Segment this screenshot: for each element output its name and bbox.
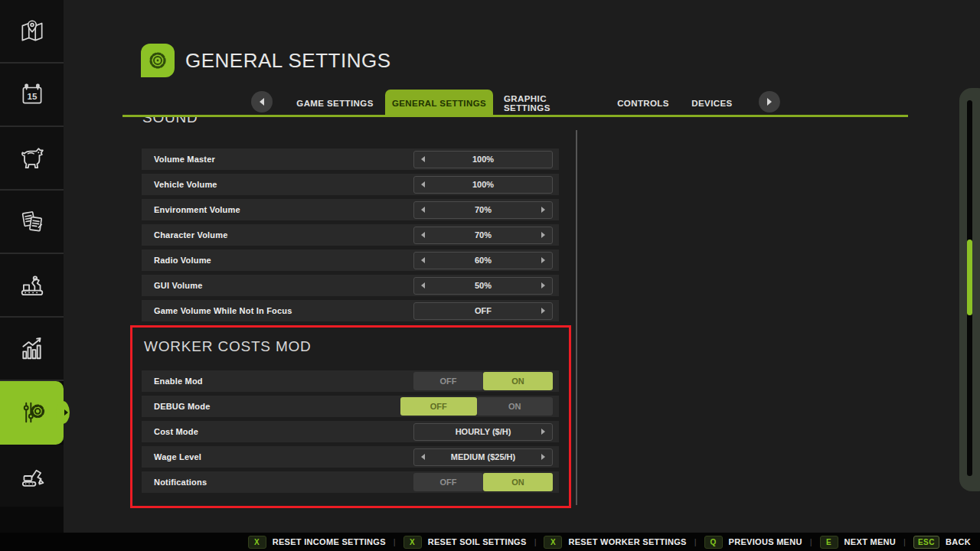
section-title-sound: SOUND [142,117,571,128]
footer-hint-reset-income-settings[interactable]: XRESET INCOME SETTINGS [248,536,386,549]
toggle-off-button[interactable]: OFF [413,372,483,390]
stepper-increase-icon[interactable] [541,207,545,213]
setting-row-debug-mode: DEBUG ModeOFFON [142,396,559,417]
stepper-decrease-icon[interactable] [421,207,425,213]
setting-label: Enable Mod [154,377,203,386]
footer-separator: | [810,537,812,546]
stepper-decrease-icon[interactable] [421,282,425,289]
tabs-scroll-right-button[interactable] [759,91,780,112]
stepper-character-volume[interactable]: 70% [413,227,553,244]
stepper-radio-volume[interactable]: 60% [413,252,553,269]
footer-hint-previous-menu[interactable]: QPREVIOUS MENU [704,536,802,549]
stepper-value: 100% [472,180,494,189]
setting-label: Game Volume While Not In Focus [154,306,292,315]
production-icon [17,270,47,301]
stepper-gui-volume[interactable]: 50% [413,277,553,295]
chevron-right-icon [767,98,772,106]
statistics-icon [17,334,47,364]
sidebar-item-construction[interactable] [0,445,64,507]
construction-icon [17,461,47,491]
stepper-increase-icon[interactable] [541,429,545,435]
map-icon [18,17,47,46]
sidebar-item-contracts[interactable] [0,191,64,254]
stepper-increase-icon[interactable] [541,282,545,289]
footer-separator: | [903,537,906,546]
svg-text:15: 15 [27,91,37,101]
toggle-on-button[interactable]: ON [483,473,553,491]
tabs-scroll-left-button[interactable] [251,91,273,112]
sidebar-item-statistics[interactable] [0,318,64,381]
tab-controls[interactable]: CONTROLS [612,90,674,116]
setting-row-vehicle-volume: Vehicle Volume100% [142,174,559,195]
toggle-off-button[interactable]: OFF [400,397,477,416]
toggle-on-button[interactable]: ON [483,372,553,390]
stepper-increase-icon[interactable] [541,308,545,314]
stepper-increase-icon[interactable] [541,454,545,460]
calendar-icon: 15 [18,80,47,109]
gear-icon [145,47,171,73]
tab-general-settings[interactable]: GENERAL SETTINGS [385,90,493,116]
setting-row-volume-master: Volume Master100% [142,148,559,170]
panel-scrollbar[interactable] [576,130,577,505]
setting-row-cost-mode: Cost ModeHOURLY ($/H) [142,421,559,442]
stepper-environment-volume[interactable]: 70% [413,201,553,219]
stepper-decrease-icon[interactable] [421,232,425,238]
chevron-left-icon [260,98,264,106]
stepper-wage-level[interactable]: MEDIUM ($25/H) [413,448,553,466]
stepper-decrease-icon[interactable] [421,156,425,162]
page-scrollbar-pill [959,88,980,491]
footer-hint-label: NEXT MENU [844,537,896,546]
setting-row-game-volume-while-not-in-focus: Game Volume While Not In FocusOFF [142,300,559,321]
stepper-increase-icon[interactable] [541,257,545,263]
setting-label: GUI Volume [154,281,203,290]
page-scrollbar-thumb[interactable] [967,240,972,315]
sidebar-item-production[interactable] [0,254,64,318]
footer-separator: | [694,537,697,546]
sidebar-item-calendar[interactable]: 15 [0,64,64,127]
setting-row-character-volume: Character Volume70% [142,224,559,246]
section-title-worker-costs-mod: WORKER COSTS MOD [144,337,559,357]
stepper-decrease-icon[interactable] [421,257,425,263]
footer-hint-reset-worker-settings[interactable]: XRESET WORKER SETTINGS [544,536,686,549]
tab-graphic-settings[interactable]: GRAPHIC SETTINGS [504,90,594,116]
stepper-game-volume-while-not-in-focus[interactable]: OFF [413,302,553,320]
sidebar-item-animals[interactable] [0,127,64,191]
stepper-decrease-icon[interactable] [421,181,425,187]
stepper-decrease-icon[interactable] [421,454,425,460]
toggle-notifications: OFFON [413,473,553,491]
page-scrollbar-track[interactable] [967,100,972,476]
stepper-value: 70% [475,230,492,240]
sidebar-item-map[interactable] [0,0,64,64]
setting-label: Character Volume [154,230,228,240]
toggle-on-button[interactable]: ON [477,397,554,416]
keycap-esc: ESC [913,536,939,549]
footer-hint-label: RESET INCOME SETTINGS [273,537,386,546]
sidebar-item-settings[interactable] [0,381,64,445]
toggle-off-button[interactable]: OFF [413,473,483,491]
page-title: GENERAL SETTINGS [185,49,391,73]
footer-hint-next-menu[interactable]: ENEXT MENU [820,536,896,549]
keycap-q: Q [704,536,723,549]
setting-label: Volume Master [154,155,215,164]
stepper-increase-icon[interactable] [541,232,545,238]
setting-label: Radio Volume [154,256,211,265]
setting-label: Wage Level [154,452,201,461]
contracts-icon [17,207,47,237]
footer-hint-bar: XRESET INCOME SETTINGS|XRESET SOIL SETTI… [0,533,980,551]
tab-devices[interactable]: DEVICES [688,90,737,116]
settings-sliders-gear-icon [17,397,47,428]
settings-scroll-panel[interactable]: SOUND Volume Master100%Vehicle Volume100… [129,117,571,518]
footer-hint-reset-soil-settings[interactable]: XRESET SOIL SETTINGS [403,536,527,549]
sound-rows: Volume Master100%Vehicle Volume100%Envir… [129,148,571,321]
setting-row-wage-level: Wage LevelMEDIUM ($25/H) [142,446,559,468]
setting-row-radio-volume: Radio Volume60% [142,249,559,271]
footer-hint-label: RESET SOIL SETTINGS [428,537,527,546]
setting-label: DEBUG Mode [154,402,211,411]
setting-row-environment-volume: Environment Volume70% [142,199,559,220]
footer-separator: | [534,537,537,546]
footer-hint-back[interactable]: ESCBACK [913,536,971,549]
tab-game-settings[interactable]: GAME SETTINGS [295,90,375,116]
stepper-cost-mode[interactable]: HOURLY ($/H) [413,423,553,441]
stepper-volume-master[interactable]: 100% [413,151,553,168]
stepper-vehicle-volume[interactable]: 100% [413,176,553,194]
